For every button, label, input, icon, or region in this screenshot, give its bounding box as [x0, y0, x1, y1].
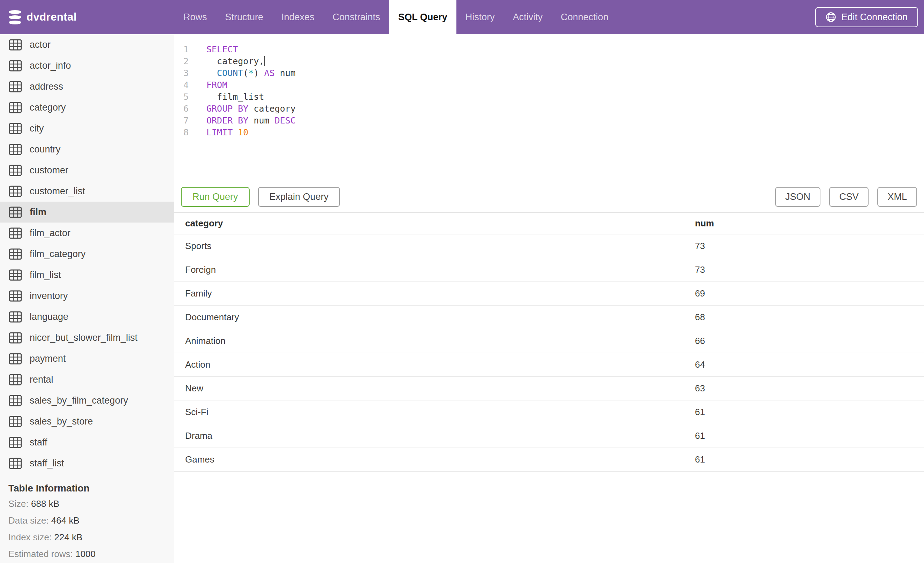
table-info-label: Data size:	[8, 515, 51, 525]
sql-token: *	[248, 68, 254, 78]
tab-history[interactable]: History	[456, 0, 504, 34]
cell-category: Foreign	[185, 264, 695, 275]
code-text: COUNT(*) AS num	[206, 67, 296, 79]
tab-rows[interactable]: Rows	[174, 0, 216, 34]
sidebar-item-label: inventory	[30, 291, 68, 302]
table-icon	[9, 416, 22, 427]
table-icon	[9, 458, 22, 469]
code-line: 8LIMIT 10	[174, 127, 924, 138]
table-icon	[9, 102, 22, 113]
sidebar-item-rental[interactable]: rental	[0, 369, 174, 390]
sidebar-item-category[interactable]: category	[0, 97, 174, 118]
code-line: 3 COUNT(*) AS num	[174, 67, 924, 79]
cell-num: 66	[695, 336, 924, 346]
sidebar-item-label: film_list	[30, 270, 61, 281]
tab-connection[interactable]: Connection	[552, 0, 618, 34]
query-actions-bar: Run Query Explain Query JSONCSVXML	[174, 182, 924, 212]
sidebar-item-payment[interactable]: payment	[0, 348, 174, 369]
sidebar-item-sales-by-film-category[interactable]: sales_by_film_category	[0, 390, 174, 411]
sidebar-item-film-category[interactable]: film_category	[0, 243, 174, 264]
explain-query-button[interactable]: Explain Query	[258, 187, 340, 207]
text-cursor	[264, 56, 265, 66]
cell-category: Games	[185, 454, 695, 465]
table-icon	[9, 227, 22, 239]
table-info-value: 224 kB	[54, 532, 82, 542]
table-icon	[9, 144, 22, 155]
sidebar-item-actor-info[interactable]: actor_info	[0, 55, 174, 76]
sidebar-item-label: nicer_but_slower_film_list	[30, 332, 137, 343]
tab-activity[interactable]: Activity	[504, 0, 552, 34]
table-info-label: Estimated rows:	[8, 549, 75, 559]
sidebar-item-actor[interactable]: actor	[0, 34, 174, 55]
sidebar-item-film[interactable]: film	[0, 202, 174, 222]
table-information-heading: Table Information	[0, 474, 174, 495]
sidebar-item-inventory[interactable]: inventory	[0, 285, 174, 306]
table-row: Sports73	[174, 234, 924, 258]
sidebar-item-film-actor[interactable]: film_actor	[0, 222, 174, 243]
sql-token: GROUP BY	[206, 104, 248, 114]
database-icon	[9, 10, 21, 24]
sql-token: (	[243, 68, 248, 78]
table-icon	[9, 437, 22, 448]
tab-sql-query[interactable]: SQL Query	[389, 0, 456, 34]
sidebar-item-label: payment	[30, 353, 66, 364]
cell-num: 61	[695, 407, 924, 417]
sidebar-item-staff[interactable]: staff	[0, 432, 174, 453]
line-number: 8	[179, 127, 189, 138]
sidebar-item-city[interactable]: city	[0, 118, 174, 139]
sidebar-item-label: film_actor	[30, 228, 70, 239]
sql-token: FROM	[206, 80, 227, 90]
line-number: 6	[179, 103, 189, 115]
sidebar-item-address[interactable]: address	[0, 76, 174, 97]
sql-token: ,	[259, 56, 264, 66]
cell-num: 63	[695, 383, 924, 394]
sidebar-item-staff-list[interactable]: staff_list	[0, 453, 174, 474]
nav-tabs: RowsStructureIndexesConstraintsSQL Query…	[174, 0, 618, 34]
sidebar-item-label: city	[30, 123, 44, 134]
line-number: 1	[179, 44, 189, 56]
table-icon	[9, 207, 22, 218]
table-information: Size: 688 kBData size: 464 kBIndex size:…	[0, 495, 174, 562]
cell-category: New	[185, 383, 695, 394]
sidebar-item-sales-by-store[interactable]: sales_by_store	[0, 411, 174, 432]
sql-token: ORDER BY	[206, 116, 248, 126]
sql-token: SELECT	[206, 44, 238, 54]
cell-category: Drama	[185, 431, 695, 441]
sidebar-item-customer-list[interactable]: customer_list	[0, 181, 174, 202]
export-csv-button[interactable]: CSV	[829, 187, 869, 207]
table-icon	[9, 60, 22, 72]
sql-token: num	[248, 116, 269, 126]
edit-connection-button[interactable]: Edit Connection	[815, 7, 918, 27]
table-icon	[9, 353, 22, 365]
export-xml-button[interactable]: XML	[877, 187, 917, 207]
sidebar-item-language[interactable]: language	[0, 306, 174, 327]
results-column-header: category	[185, 218, 695, 229]
cell-category: Sci-Fi	[185, 407, 695, 417]
code-text: ORDER BY num DESC	[206, 115, 296, 127]
tab-structure[interactable]: Structure	[216, 0, 273, 34]
sidebar-item-country[interactable]: country	[0, 139, 174, 160]
table-row: Sci-Fi61	[174, 401, 924, 424]
sidebar-item-film-list[interactable]: film_list	[0, 264, 174, 285]
run-query-button[interactable]: Run Query	[181, 187, 250, 207]
cell-num: 69	[695, 288, 924, 299]
export-json-button[interactable]: JSON	[775, 187, 820, 207]
sidebar-item-customer[interactable]: customer	[0, 160, 174, 181]
tab-constraints[interactable]: Constraints	[324, 0, 390, 34]
query-content: 1SELECT2 category,3 COUNT(*) AS num4FROM…	[174, 34, 924, 563]
table-row: New63	[174, 377, 924, 401]
table-row: Action64	[174, 353, 924, 377]
cell-category: Family	[185, 288, 695, 299]
line-number: 4	[179, 79, 189, 91]
table-info-value: 464 kB	[51, 515, 80, 525]
code-line: 7ORDER BY num DESC	[174, 115, 924, 127]
table-icon	[9, 248, 22, 260]
code-text: SELECT	[206, 44, 238, 56]
tab-indexes[interactable]: Indexes	[272, 0, 324, 34]
table-info-label: Size:	[8, 498, 31, 509]
header-right: Edit Connection	[815, 0, 924, 34]
sidebar-item-nicer-but-slower-film-list[interactable]: nicer_but_slower_film_list	[0, 327, 174, 348]
sql-editor[interactable]: 1SELECT2 category,3 COUNT(*) AS num4FROM…	[174, 34, 924, 182]
sidebar-item-label: actor_info	[30, 60, 71, 71]
results-column-header: num	[695, 218, 924, 229]
